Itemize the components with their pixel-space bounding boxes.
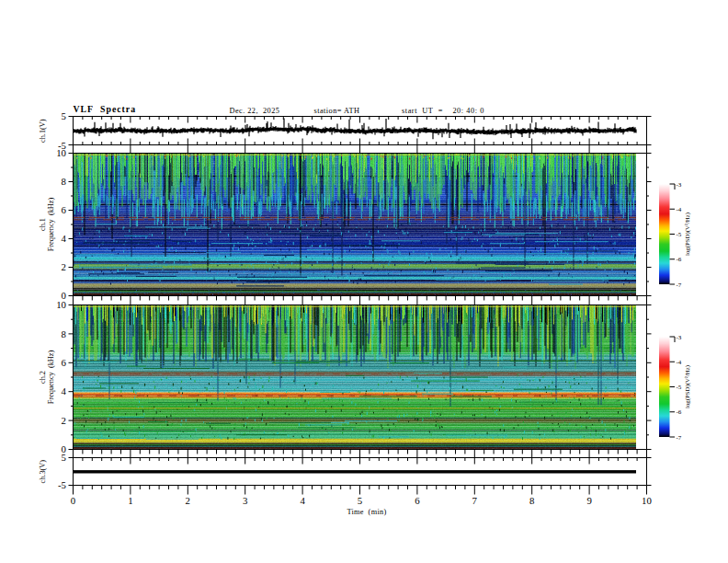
svg-text:5: 5 [62, 110, 66, 121]
svg-text:-5: -5 [58, 479, 66, 490]
svg-text:-3: -3 [677, 181, 682, 189]
svg-text:2: 2 [62, 261, 66, 272]
svg-text:start UT = 20: 40: 0: start UT = 20: 40: 0 [402, 107, 484, 115]
svg-text:8: 8 [62, 328, 66, 339]
svg-text:4: 4 [300, 495, 305, 506]
svg-text:-7: -7 [677, 434, 682, 442]
svg-text:5: 5 [358, 495, 362, 506]
svg-text:3: 3 [243, 495, 247, 506]
svg-text:-7: -7 [677, 282, 682, 289]
svg-text:2: 2 [186, 495, 190, 506]
svg-text:7: 7 [472, 495, 478, 506]
svg-text:4: 4 [62, 233, 67, 244]
svg-text:log(PSD)(V²/Hz): log(PSD)(V²/Hz) [684, 213, 691, 256]
svg-text:Dec. 22, 2025: Dec. 22, 2025 [230, 107, 280, 115]
svg-text:6: 6 [415, 495, 420, 506]
svg-text:0: 0 [71, 495, 75, 506]
svg-text:1: 1 [128, 495, 132, 506]
svg-text:-6: -6 [677, 256, 682, 263]
svg-text:-3: -3 [677, 334, 682, 341]
svg-text:VLF Spectra: VLF Spectra [74, 104, 137, 114]
svg-text:5: 5 [62, 452, 66, 463]
svg-text:10: 10 [56, 299, 66, 310]
svg-text:4: 4 [62, 385, 67, 396]
svg-text:ch.3(V): ch.3(V) [40, 460, 48, 484]
svg-text:-4: -4 [677, 359, 682, 366]
svg-text:Time (min): Time (min) [347, 508, 386, 516]
svg-text:10: 10 [56, 147, 66, 158]
svg-text:ch.1: ch.1 [39, 218, 47, 231]
svg-text:ch.2: ch.2 [39, 371, 47, 384]
svg-text:-6: -6 [677, 408, 682, 416]
svg-text:-5: -5 [677, 231, 682, 238]
svg-text:2: 2 [62, 415, 66, 426]
svg-text:Frequency (kHz): Frequency (kHz) [47, 198, 55, 252]
svg-text:station= ATH: station= ATH [314, 107, 360, 115]
svg-text:10: 10 [642, 495, 652, 506]
svg-text:-5: -5 [677, 384, 682, 391]
svg-text:6: 6 [62, 357, 67, 368]
svg-text:8: 8 [62, 176, 66, 187]
svg-text:log(PSD)(V²/Hz): log(PSD)(V²/Hz) [684, 365, 691, 408]
svg-text:ch.1(V): ch.1(V) [40, 119, 48, 143]
svg-text:9: 9 [586, 495, 591, 506]
svg-text:6: 6 [62, 204, 67, 215]
svg-text:-4: -4 [677, 206, 682, 213]
svg-text:Frequency (kHz): Frequency (kHz) [47, 350, 55, 405]
svg-text:8: 8 [529, 495, 534, 506]
